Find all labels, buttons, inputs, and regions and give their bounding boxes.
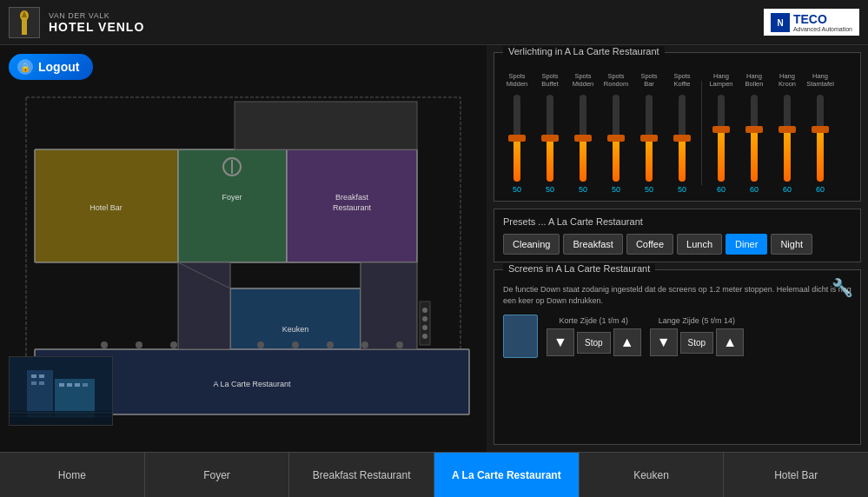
- slider-col-2[interactable]: SpotsMidden 50: [567, 72, 599, 194]
- slider-section-divider: [701, 81, 702, 185]
- presets-title: Presets ... A La Carte Restaurant: [503, 216, 851, 227]
- slider-thumb-1: [541, 135, 559, 142]
- screens-info-text: De functie Down staat zodanig ingesteld …: [503, 284, 851, 306]
- building-image: [9, 356, 113, 426]
- korte-zijde-stop-button[interactable]: Stop: [577, 332, 611, 354]
- preset-btn-cleaning[interactable]: Cleaning: [503, 234, 560, 255]
- preset-btn-lunch[interactable]: Lunch: [677, 234, 722, 255]
- slider-track-2[interactable]: [580, 95, 586, 182]
- svg-point-25: [136, 341, 142, 348]
- slider-fill-3: [613, 138, 620, 182]
- preset-btn-breakfast[interactable]: Breakfast: [563, 234, 622, 255]
- slider-col-6[interactable]: HangLampen 60: [706, 72, 737, 194]
- korte-zijde-buttons: ▼ Stop ▲: [547, 328, 641, 356]
- slider-value-2: 50: [579, 185, 587, 194]
- teco-logo-sub: Advanced Automation: [793, 26, 852, 32]
- svg-point-30: [361, 341, 368, 348]
- slider-value-7: 60: [750, 185, 759, 194]
- preset-btn-diner[interactable]: Diner: [726, 234, 767, 255]
- footer-tab-hotel-bar[interactable]: Hotel Bar: [724, 453, 868, 497]
- footer-tabs: HomeFoyerBreakfast RestaurantA La Carte …: [0, 452, 868, 497]
- slider-track-6[interactable]: [718, 95, 725, 182]
- slider-col-3[interactable]: SpotsRondom 50: [600, 72, 632, 194]
- svg-rect-42: [31, 381, 36, 385]
- slider-track-7[interactable]: [751, 95, 758, 182]
- slider-thumb-9: [812, 126, 829, 133]
- svg-point-28: [292, 341, 299, 348]
- footer-tab-a-la-carte-restaurant[interactable]: A La Carte Restaurant: [434, 453, 580, 497]
- slider-value-5: 50: [678, 185, 686, 194]
- slider-track-9[interactable]: [817, 95, 824, 182]
- slider-col-7[interactable]: HangBollen 60: [739, 72, 770, 194]
- lock-icon: 🔒: [17, 59, 33, 75]
- svg-rect-47: [83, 383, 88, 387]
- slider-fill-7: [751, 129, 758, 182]
- slider-track-3[interactable]: [613, 95, 620, 182]
- slider-fill-8: [784, 129, 791, 182]
- slider-value-6: 60: [717, 185, 726, 194]
- slider-col-5[interactable]: SpotsKoffie 50: [666, 72, 698, 194]
- header-title: HOTEL VENLO: [49, 20, 144, 34]
- preset-btn-coffee[interactable]: Coffee: [626, 234, 673, 255]
- korte-zijde-group: Korte Zijde (1 t/m 4) ▼ Stop ▲: [547, 316, 641, 356]
- slider-col-4[interactable]: SpotsBar 50: [633, 72, 665, 194]
- footer-tab-breakfast-restaurant[interactable]: Breakfast Restaurant: [289, 453, 434, 497]
- lange-zijde-label: Lange Zijde (5 t/m 14): [650, 316, 745, 325]
- wrench-icon: 🔧: [832, 277, 853, 298]
- screen-icon: [503, 315, 538, 358]
- lange-zijde-buttons: ▼ Stop ▲: [650, 328, 745, 356]
- slider-label-4: SpotsBar: [640, 72, 657, 91]
- svg-rect-46: [75, 383, 80, 387]
- slider-track-5[interactable]: [679, 95, 686, 182]
- footer-tab-keuken[interactable]: Keuken: [580, 453, 725, 497]
- svg-text:Foyer: Foyer: [222, 193, 242, 202]
- logout-label: Logout: [38, 60, 79, 74]
- header: VAN DER VALK HOTEL VENLO N TECO Advanced…: [0, 0, 868, 45]
- header-left: VAN DER VALK HOTEL VENLO: [9, 7, 144, 38]
- svg-point-36: [422, 334, 427, 339]
- slider-fill-0: [514, 138, 520, 182]
- lange-zijde-up-button[interactable]: ▲: [716, 328, 744, 356]
- slider-value-1: 50: [546, 185, 554, 194]
- svg-text:Keuken: Keuken: [282, 325, 309, 334]
- svg-rect-43: [39, 381, 44, 385]
- korte-zijde-label: Korte Zijde (1 t/m 4): [547, 316, 641, 325]
- slider-thumb-5: [673, 135, 691, 142]
- korte-zijde-down-button[interactable]: ▼: [547, 328, 574, 356]
- slider-col-8[interactable]: HangKroon 60: [772, 72, 803, 194]
- preset-btn-night[interactable]: Night: [771, 234, 812, 255]
- svg-point-35: [422, 325, 427, 330]
- slider-label-3: SpotsRondom: [604, 72, 628, 91]
- slider-track-1[interactable]: [547, 95, 553, 182]
- slider-label-8: HangKroon: [779, 72, 796, 91]
- slider-fill-1: [547, 138, 553, 182]
- slider-track-0[interactable]: [514, 95, 520, 182]
- korte-zijde-up-button[interactable]: ▲: [613, 328, 641, 356]
- footer-tab-home[interactable]: Home: [0, 453, 145, 497]
- presets-buttons: CleaningBreakfastCoffeeLunchDinerNight: [503, 234, 851, 255]
- slider-label-7: HangBollen: [745, 72, 764, 91]
- slider-track-8[interactable]: [784, 95, 791, 182]
- slider-label-1: SpotsBuffet: [541, 72, 558, 91]
- slider-track-4[interactable]: [646, 95, 653, 182]
- slider-label-2: SpotsMidden: [573, 72, 594, 91]
- svg-text:Breakfast: Breakfast: [335, 193, 369, 202]
- slider-col-1[interactable]: SpotsBuffet 50: [534, 72, 566, 194]
- lange-zijde-stop-button[interactable]: Stop: [680, 332, 714, 354]
- slider-thumb-2: [574, 135, 592, 142]
- main-content: 🔒 Logout Hotel Bar Foyer Breakfast Resta…: [0, 45, 868, 452]
- lange-zijde-down-button[interactable]: ▼: [650, 328, 678, 356]
- logout-button[interactable]: 🔒 Logout: [9, 54, 93, 80]
- verlichting-panel-title: Verlichting in A La Carte Restaurant: [503, 46, 665, 56]
- slider-col-9[interactable]: HangStamtafel 60: [805, 72, 836, 194]
- svg-text:Restaurant: Restaurant: [333, 203, 372, 212]
- slider-value-9: 60: [816, 185, 825, 194]
- slider-label-0: SpotsMidden: [507, 72, 528, 91]
- slider-thumb-8: [779, 126, 796, 133]
- sliders-container: SpotsMidden 50 SpotsBuffet 50 SpotsMidde…: [501, 72, 853, 194]
- slider-value-4: 50: [645, 185, 653, 194]
- screens-panel: Screens in A La Carte Restaurant 🔧 De fu…: [494, 269, 861, 445]
- slider-col-0[interactable]: SpotsMidden 50: [501, 72, 533, 194]
- footer-tab-foyer[interactable]: Foyer: [145, 453, 290, 497]
- hotel-logo-icon: [9, 7, 40, 38]
